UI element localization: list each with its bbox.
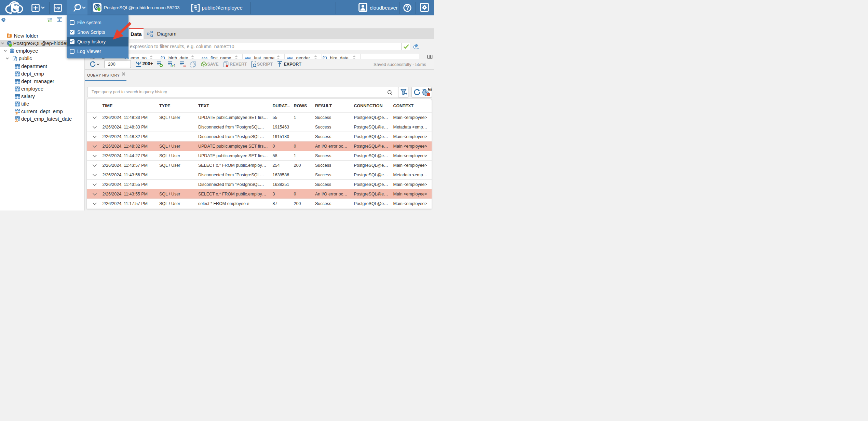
svg-text:(: ( xyxy=(171,64,172,67)
svg-text:): ) xyxy=(174,64,175,67)
svg-text:SQL: SQL xyxy=(54,6,61,10)
